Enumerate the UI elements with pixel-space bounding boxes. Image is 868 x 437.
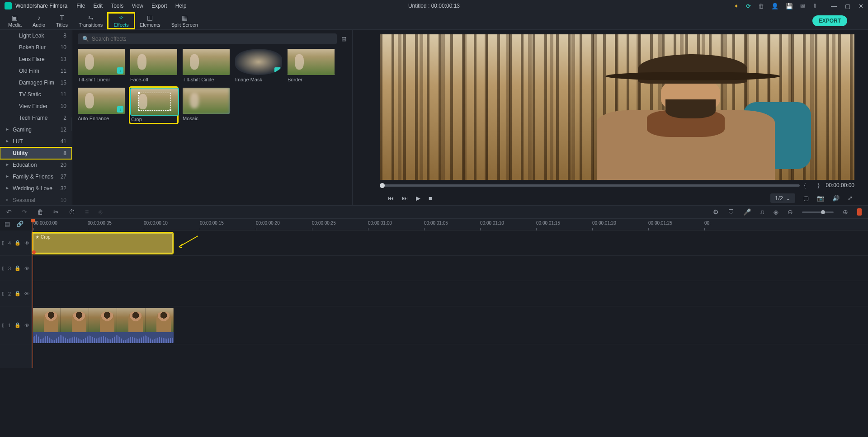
sidebar-item-lens-flare[interactable]: Lens Flare13: [0, 53, 72, 65]
sidebar-item-gaming[interactable]: Gaming12: [0, 124, 72, 136]
save-icon[interactable]: 💾: [786, 3, 793, 9]
keyframe-icon[interactable]: ◈: [774, 208, 778, 216]
eye-icon[interactable]: 👁: [24, 323, 29, 328]
tab-audio[interactable]: ♪Audio: [27, 13, 51, 28]
speed-icon[interactable]: ⏱: [69, 208, 75, 216]
grid-view-icon[interactable]: ⊞: [341, 35, 347, 42]
sidebar-item-seasonal[interactable]: Seasonal10: [0, 194, 72, 205]
render-icon[interactable]: ⚙: [713, 208, 719, 216]
effect-clip-crop[interactable]: ★Crop: [33, 233, 173, 254]
track-1[interactable]: [32, 306, 868, 344]
tab-transitions[interactable]: ⇆Transitions: [73, 13, 108, 28]
effect-tilt-shift-circle[interactable]: Tilt-shift Circle: [183, 49, 230, 82]
preview-video[interactable]: [380, 34, 854, 180]
redo-icon[interactable]: ↷: [22, 208, 27, 216]
video-clip[interactable]: [33, 308, 174, 343]
track-label-4[interactable]: ▯4🔒👁: [0, 230, 31, 256]
delete-icon[interactable]: 🗑: [37, 208, 43, 216]
cut-icon[interactable]: ✂: [53, 208, 59, 216]
search-field[interactable]: [92, 36, 332, 42]
sidebar-item-view-finder[interactable]: View Finder10: [0, 100, 72, 112]
menu-export[interactable]: Export: [151, 3, 167, 9]
sidebar-item-damaged-film[interactable]: Damaged Film15: [0, 77, 72, 89]
tips-icon[interactable]: ✦: [734, 3, 739, 9]
track-4[interactable]: ★Crop: [32, 230, 868, 256]
playhead[interactable]: [33, 219, 33, 368]
trash-icon[interactable]: 🗑: [758, 3, 764, 9]
snapshot-icon[interactable]: 📷: [817, 195, 824, 202]
sidebar-item-wedding-love[interactable]: Wedding & Love32: [0, 183, 72, 194]
menu-edit[interactable]: Edit: [94, 3, 103, 9]
mark-in-out-icon[interactable]: { }: [804, 182, 821, 188]
tab-titles[interactable]: TTitles: [51, 13, 73, 28]
effect-crop[interactable]: Crop: [130, 88, 177, 123]
eye-icon[interactable]: 👁: [24, 240, 29, 246]
sidebar-item-family-friends[interactable]: Family & Friends27: [0, 171, 72, 183]
effect-tilt-shift-linear[interactable]: ↓Tilt-shift Linear: [78, 49, 125, 82]
export-button[interactable]: EXPORT: [812, 15, 847, 26]
volume-icon[interactable]: 🔊: [832, 195, 840, 202]
effect-image-mask[interactable]: ↓Image Mask: [235, 49, 282, 82]
effect-border[interactable]: Border: [288, 49, 335, 82]
zoom-in-icon[interactable]: ⊕: [843, 208, 848, 216]
sidebar-item-utility[interactable]: Utility8: [0, 147, 72, 159]
sidebar-item-bokeh-blur[interactable]: Bokeh Blur10: [0, 42, 72, 53]
reload-icon[interactable]: ⟳: [746, 3, 751, 9]
account-icon[interactable]: 👤: [771, 3, 778, 9]
stop-icon[interactable]: ■: [429, 195, 432, 202]
audio-sync-icon[interactable]: ⎋: [99, 208, 102, 216]
download-icon[interactable]: ⇩: [812, 3, 817, 9]
timeline-ruler[interactable]: 00:00:00:00 00:00:00:05 00:00:00:10 00:0…: [32, 219, 868, 230]
tab-elements[interactable]: ◫Elements: [134, 13, 166, 28]
record-icon[interactable]: [857, 208, 862, 216]
track-3[interactable]: [32, 256, 868, 281]
adjust-icon[interactable]: ≡: [85, 208, 89, 216]
menu-view[interactable]: View: [132, 3, 143, 9]
eye-icon[interactable]: 👁: [24, 291, 29, 296]
link-icon[interactable]: 🔗: [16, 221, 24, 227]
menu-file[interactable]: File: [76, 3, 85, 9]
preview-quality-select[interactable]: 1/2⌄: [770, 193, 795, 203]
lock-icon[interactable]: 🔒: [14, 322, 21, 328]
scrub-slider[interactable]: [380, 184, 800, 187]
fullscreen-icon[interactable]: ⤢: [848, 195, 853, 202]
search-effects-input[interactable]: 🔍: [78, 33, 337, 44]
track-label-1[interactable]: ▯1🔒👁: [0, 306, 31, 344]
eye-icon[interactable]: 👁: [24, 266, 29, 271]
audio-mixer-icon[interactable]: ♫: [760, 208, 765, 216]
display-mode-icon[interactable]: ▢: [803, 195, 809, 202]
track-label-2[interactable]: ▯2🔒👁: [0, 281, 31, 306]
lock-icon[interactable]: 🔒: [14, 291, 21, 296]
sidebar-item-old-film[interactable]: Old Film11: [0, 65, 72, 77]
tab-split-screen[interactable]: ▦Split Screen: [166, 13, 203, 28]
effect-auto-enhance[interactable]: ↓Auto Enhance: [78, 88, 125, 123]
effect-mosaic[interactable]: Mosaic: [183, 88, 230, 123]
track-2[interactable]: [32, 281, 868, 306]
voiceover-icon[interactable]: 🎤: [743, 208, 751, 216]
maximize-icon[interactable]: ▢: [845, 3, 850, 9]
effects-category-sidebar[interactable]: Light Leak8 Bokeh Blur10 Lens Flare13 Ol…: [0, 30, 72, 205]
sidebar-item-tech-frame[interactable]: Tech Frame2: [0, 112, 72, 124]
undo-icon[interactable]: ↶: [6, 208, 12, 216]
next-frame-icon[interactable]: ⏭: [402, 195, 408, 202]
prev-frame-icon[interactable]: ⏮: [388, 195, 394, 202]
marker-shield-icon[interactable]: ⛉: [728, 208, 734, 216]
play-icon[interactable]: ▶: [416, 195, 420, 202]
menu-tools[interactable]: Tools: [111, 3, 123, 9]
lock-icon[interactable]: 🔒: [14, 265, 21, 271]
menu-help[interactable]: Help: [175, 3, 187, 9]
zoom-out-icon[interactable]: ⊖: [788, 208, 793, 216]
sidebar-item-lut[interactable]: LUT41: [0, 136, 72, 147]
track-label-3[interactable]: ▯3🔒👁: [0, 256, 31, 281]
minimize-icon[interactable]: —: [831, 3, 837, 9]
mail-icon[interactable]: ✉: [800, 3, 805, 9]
manage-tracks-icon[interactable]: ▤: [5, 221, 10, 227]
sidebar-item-light-leak[interactable]: Light Leak8: [0, 30, 72, 42]
tab-effects[interactable]: ✧Effects: [108, 13, 134, 28]
close-icon[interactable]: ✕: [859, 3, 863, 9]
zoom-slider[interactable]: [802, 211, 834, 213]
sidebar-item-tv-static[interactable]: TV Static11: [0, 89, 72, 100]
sidebar-item-education[interactable]: Education20: [0, 159, 72, 171]
tab-media[interactable]: ▣Media: [3, 13, 27, 28]
effect-face-off[interactable]: Face-off: [130, 49, 177, 82]
